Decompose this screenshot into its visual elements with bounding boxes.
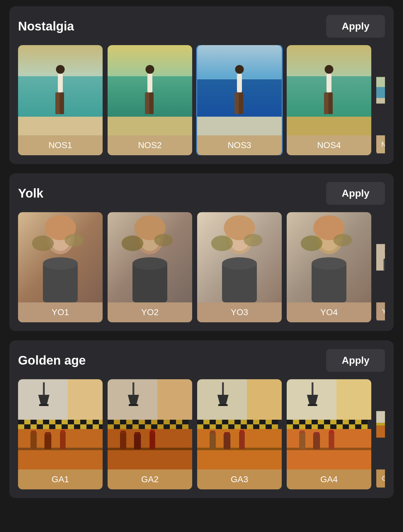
yo4-label: YO4 xyxy=(287,302,371,322)
svg-rect-114 xyxy=(114,420,120,424)
svg-rect-222 xyxy=(314,432,319,435)
svg-rect-135 xyxy=(164,424,170,429)
svg-rect-18 xyxy=(237,74,242,92)
svg-rect-121 xyxy=(157,420,164,424)
svg-point-36 xyxy=(65,234,83,246)
svg-rect-166 xyxy=(203,424,210,429)
svg-rect-191 xyxy=(287,420,293,424)
svg-rect-126 xyxy=(108,424,114,429)
svg-rect-25 xyxy=(327,74,331,92)
svg-point-10 xyxy=(146,65,154,74)
svg-rect-11 xyxy=(147,74,152,92)
filter-item-yo3[interactable]: YO3 xyxy=(197,212,282,322)
svg-rect-117 xyxy=(132,420,139,424)
golden-age-apply-button[interactable]: Apply xyxy=(326,349,385,372)
svg-rect-107 xyxy=(61,430,65,433)
svg-rect-123 xyxy=(170,420,176,424)
filter-item-nos3[interactable]: NOS3 xyxy=(197,45,282,155)
ga1-image xyxy=(18,379,103,469)
svg-rect-127 xyxy=(114,424,120,429)
svg-rect-74 xyxy=(30,420,37,424)
svg-rect-95 xyxy=(74,424,80,429)
svg-rect-205 xyxy=(293,424,299,429)
filter-item-nos1[interactable]: NOS1 xyxy=(18,45,103,155)
golden-age-section: Golden age Apply xyxy=(9,340,394,498)
filter-item-yo1[interactable]: YO1 xyxy=(18,212,103,322)
filter-item-ga5[interactable]: GA5 xyxy=(376,379,385,489)
svg-rect-94 xyxy=(68,424,74,429)
nostalgia-apply-button[interactable]: Apply xyxy=(326,15,385,38)
svg-rect-207 xyxy=(305,424,312,429)
svg-rect-118 xyxy=(139,420,145,424)
svg-rect-192 xyxy=(293,420,299,424)
yolk-apply-button[interactable]: Apply xyxy=(326,182,385,205)
svg-rect-154 xyxy=(210,420,216,424)
svg-rect-138 xyxy=(182,424,188,429)
svg-rect-13 xyxy=(149,92,154,114)
yo1-label: YO1 xyxy=(18,302,103,322)
svg-rect-214 xyxy=(349,424,355,429)
svg-rect-99 xyxy=(99,424,103,429)
svg-rect-158 xyxy=(234,420,241,424)
svg-rect-93 xyxy=(62,424,68,429)
filter-item-ga1[interactable]: GA1 xyxy=(18,379,103,489)
svg-rect-89 xyxy=(37,424,43,429)
svg-rect-185 xyxy=(240,430,244,433)
svg-rect-16 xyxy=(197,117,282,135)
svg-point-60 xyxy=(333,234,352,246)
filter-item-yo5[interactable]: YO5 xyxy=(376,212,385,322)
svg-rect-216 xyxy=(361,424,368,429)
svg-rect-133 xyxy=(151,424,157,429)
svg-rect-27 xyxy=(328,92,333,114)
svg-rect-190 xyxy=(336,379,371,420)
svg-rect-173 xyxy=(247,424,253,429)
svg-rect-5 xyxy=(55,92,60,114)
yolk-section: Yolk Apply xyxy=(9,173,394,331)
filter-item-ga3[interactable]: GA3 xyxy=(197,379,282,489)
yolk-header: Yolk Apply xyxy=(18,182,385,205)
svg-rect-90 xyxy=(43,424,49,429)
filter-item-ga4[interactable]: GA4 xyxy=(287,379,371,489)
svg-rect-81 xyxy=(74,420,80,424)
filter-item-yo2[interactable]: YO2 xyxy=(108,212,192,322)
nostalgia-header: Nostalgia Apply xyxy=(18,15,385,38)
filter-item-nos2[interactable]: NOS2 xyxy=(108,45,192,155)
svg-rect-82 xyxy=(80,420,86,424)
svg-rect-209 xyxy=(318,424,324,429)
svg-rect-9 xyxy=(108,117,192,135)
svg-point-52 xyxy=(244,234,262,246)
svg-rect-194 xyxy=(305,420,312,424)
svg-rect-161 xyxy=(253,420,259,424)
svg-rect-86 xyxy=(18,424,24,429)
nos4-label: NOS4 xyxy=(287,135,371,155)
svg-rect-88 xyxy=(30,424,37,429)
svg-rect-120 xyxy=(151,420,157,424)
svg-rect-150 xyxy=(218,404,228,406)
filter-item-yo4[interactable]: YO4 xyxy=(287,212,371,322)
svg-rect-2 xyxy=(18,117,103,135)
svg-rect-151 xyxy=(247,379,282,420)
filter-item-nos5[interactable]: NOS5 xyxy=(376,45,385,155)
svg-point-35 xyxy=(32,236,54,251)
svg-rect-167 xyxy=(210,424,216,429)
svg-rect-204 xyxy=(287,424,293,429)
svg-rect-169 xyxy=(222,424,228,429)
filter-item-ga2[interactable]: GA2 xyxy=(108,379,192,489)
filter-item-nos4[interactable]: NOS4 xyxy=(287,45,371,155)
svg-rect-30 xyxy=(376,98,385,104)
svg-rect-102 xyxy=(30,432,37,449)
svg-rect-137 xyxy=(176,424,182,429)
nos1-image xyxy=(18,45,103,135)
svg-rect-26 xyxy=(324,92,328,114)
yo1-image xyxy=(18,212,103,302)
svg-point-43 xyxy=(122,236,143,251)
svg-rect-20 xyxy=(239,92,243,114)
svg-rect-97 xyxy=(86,424,93,429)
svg-rect-29 xyxy=(376,87,385,98)
svg-rect-198 xyxy=(330,420,336,424)
svg-rect-130 xyxy=(132,424,139,429)
svg-rect-6 xyxy=(60,92,64,114)
svg-rect-92 xyxy=(55,424,62,429)
ga3-image xyxy=(197,379,282,469)
svg-rect-104 xyxy=(44,434,51,449)
